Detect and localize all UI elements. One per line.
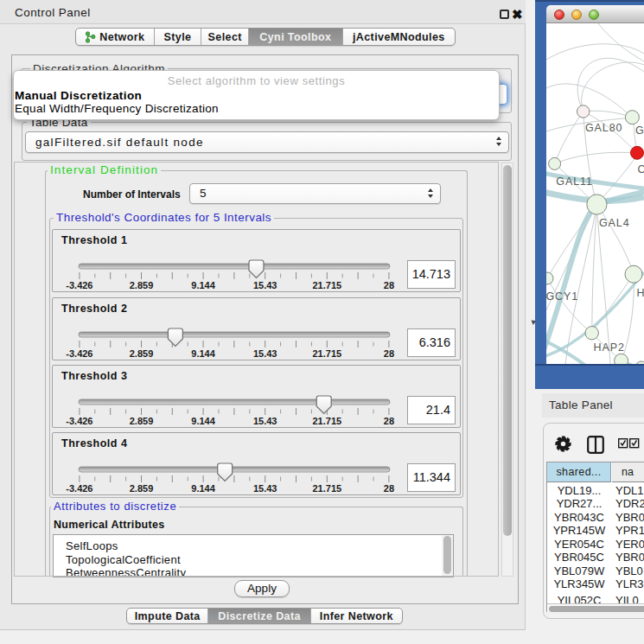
svg-text:C: C (638, 163, 644, 175)
svg-text:GA: GA (635, 124, 644, 137)
svg-text:GAL80: GAL80 (585, 122, 622, 134)
svg-text:GAL11: GAL11 (556, 175, 593, 188)
svg-text:GAL4: GAL4 (599, 217, 630, 229)
svg-text:H: H (636, 287, 644, 299)
svg-text:GCY1: GCY1 (546, 290, 578, 303)
svg-text:HAP2: HAP2 (594, 341, 625, 354)
